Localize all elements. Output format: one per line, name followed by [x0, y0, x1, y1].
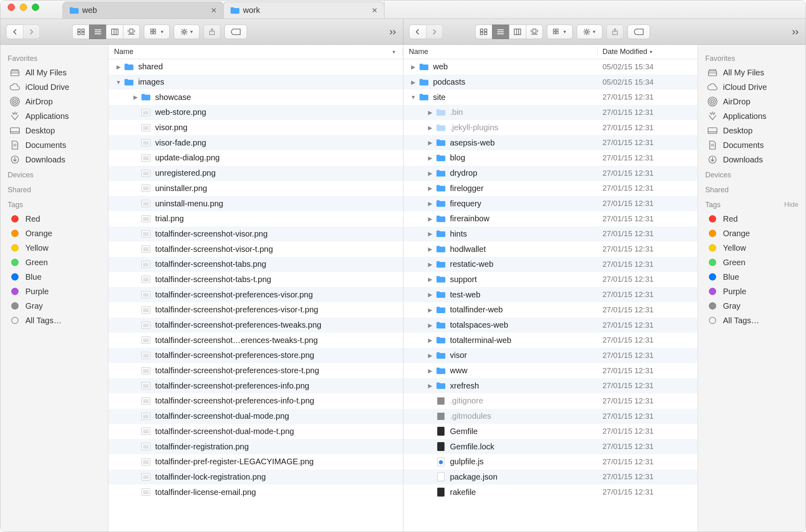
table-row[interactable]: ▶ www 27/01/15 12:31: [403, 363, 698, 378]
arrange-button[interactable]: ▾: [144, 25, 170, 39]
table-row[interactable]: ▶ totalspaces-web 27/01/15 12:31: [403, 318, 698, 333]
arrange-button[interactable]: ▾: [547, 25, 573, 39]
disclosure-triangle-icon[interactable]: ▶: [425, 185, 436, 191]
table-row[interactable]: ▶ hints 27/01/15 12:31: [403, 227, 698, 242]
table-row[interactable]: ▶ xrefresh 27/01/15 12:31: [403, 378, 698, 393]
disclosure-triangle-icon[interactable]: ▶: [425, 337, 436, 343]
zoom-window-button[interactable]: [32, 4, 39, 11]
sidebar-item-desktop[interactable]: Desktop: [698, 123, 806, 138]
sidebar-tag-orange[interactable]: Orange: [698, 226, 806, 241]
toolbar-overflow-icon[interactable]: [791, 29, 800, 35]
sidebar-item-icloud[interactable]: iCloud Drive: [698, 80, 806, 94]
sidebar-tag-purple[interactable]: Purple: [0, 284, 108, 299]
share-button[interactable]: [204, 25, 220, 39]
table-row[interactable]: package.json 27/01/15 12:31: [403, 470, 698, 485]
table-row[interactable]: gulpfile.js 27/01/15 12:31: [403, 454, 698, 470]
disclosure-triangle-icon[interactable]: ▶: [425, 352, 436, 359]
sidebar-tag-gray[interactable]: Gray: [698, 299, 806, 313]
sidebar-tag-purple[interactable]: Purple: [698, 284, 806, 299]
close-icon[interactable]: ✕: [372, 6, 378, 15]
column-name[interactable]: Name: [403, 48, 598, 56]
table-row[interactable]: totalfinder-pref-register-LEGACYIMAGE.pn…: [108, 454, 403, 470]
table-row[interactable]: totalfinder-screenshot-visor-t.png: [108, 241, 403, 257]
table-row[interactable]: ▶ test-web 27/01/15 12:31: [403, 287, 698, 302]
back-button[interactable]: [6, 25, 23, 39]
hide-tags-button[interactable]: Hide: [784, 201, 798, 209]
sidebar-item-applications[interactable]: AApplications: [0, 109, 108, 123]
toolbar-overflow-icon[interactable]: [388, 29, 397, 35]
forward-button[interactable]: [426, 25, 443, 39]
disclosure-triangle-icon[interactable]: ▶: [425, 276, 436, 283]
table-row[interactable]: totalfinder-screenshot-dual-mode-t.png: [108, 424, 403, 439]
column-view-button[interactable]: [509, 25, 526, 39]
table-row[interactable]: totalfinder-lock-registration.png: [108, 470, 403, 485]
table-row[interactable]: ▶ shared: [108, 59, 403, 75]
table-row[interactable]: trial.png: [108, 211, 403, 227]
disclosure-triangle-icon[interactable]: ▶: [425, 368, 436, 374]
sidebar-tag-gray[interactable]: Gray: [0, 299, 108, 313]
back-button[interactable]: [409, 25, 426, 39]
table-row[interactable]: ▶ .bin 27/01/15 12:31: [403, 105, 698, 120]
table-row[interactable]: web-store.png: [108, 105, 403, 120]
sidebar-item-desktop[interactable]: Desktop: [0, 123, 108, 138]
sidebar-item-downloads[interactable]: Downloads: [698, 152, 806, 167]
table-row[interactable]: totalfinder-screenshot-preferences-info-…: [108, 393, 403, 409]
sidebar-tag-yellow[interactable]: Yellow: [698, 241, 806, 255]
table-row[interactable]: Gemfile 27/01/15 12:31: [403, 424, 698, 439]
table-row[interactable]: totalfinder-screenshot-preferences-visor…: [108, 302, 403, 318]
table-row[interactable]: ▼ images: [108, 75, 403, 90]
table-row[interactable]: uninstall-menu.png: [108, 196, 403, 211]
share-button[interactable]: [607, 25, 623, 39]
table-row[interactable]: .gitignore 27/01/15 12:31: [403, 393, 698, 409]
disclosure-triangle-icon[interactable]: ▶: [130, 94, 141, 100]
sidebar-tag-blue[interactable]: Blue: [698, 270, 806, 284]
sidebar-all-tags[interactable]: All Tags…: [0, 313, 108, 328]
action-button[interactable]: ▾: [174, 25, 199, 39]
sidebar-item-documents[interactable]: Documents: [0, 138, 108, 152]
list-view-button[interactable]: [89, 25, 106, 39]
column-view-button[interactable]: [106, 25, 123, 39]
sidebar-item-downloads[interactable]: Downloads: [0, 152, 108, 167]
disclosure-triangle-icon[interactable]: ▶: [425, 200, 436, 207]
table-row[interactable]: ▶ hodlwallet 27/01/15 12:31: [403, 241, 698, 257]
rows-right[interactable]: ▶ web 05/02/15 15:34 ▶ podcasts 05/02/15…: [403, 59, 698, 532]
table-row[interactable]: ▶ firequery 27/01/15 12:31: [403, 196, 698, 211]
table-row[interactable]: ▶ .jekyll-plugins 27/01/15 12:31: [403, 120, 698, 135]
table-row[interactable]: visor.png: [108, 120, 403, 135]
disclosure-triangle-icon[interactable]: ▼: [408, 94, 419, 100]
table-row[interactable]: ▼ site 27/01/15 12:31: [403, 89, 698, 105]
disclosure-triangle-icon[interactable]: ▶: [425, 170, 436, 177]
sidebar-tag-red[interactable]: Red: [698, 212, 806, 226]
coverflow-view-button[interactable]: [526, 25, 543, 39]
sidebar-item-documents[interactable]: Documents: [698, 138, 806, 152]
sidebar-tag-blue[interactable]: Blue: [0, 270, 108, 284]
table-row[interactable]: totalfinder-license-email.png: [108, 484, 403, 500]
disclosure-triangle-icon[interactable]: ▶: [425, 155, 436, 161]
table-row[interactable]: unregistered.png: [108, 166, 403, 181]
table-row[interactable]: rakefile 27/01/15 12:31: [403, 484, 698, 500]
disclosure-triangle-icon[interactable]: ▶: [425, 261, 436, 268]
table-row[interactable]: totalfinder-screenshot-preferences-store…: [108, 348, 403, 363]
sidebar-item-icloud[interactable]: iCloud Drive: [0, 80, 108, 94]
icon-view-button[interactable]: [72, 25, 89, 39]
sidebar-tag-green[interactable]: Green: [698, 255, 806, 270]
table-row[interactable]: ▶ firerainbow 27/01/15 12:31: [403, 211, 698, 227]
sidebar-all-tags[interactable]: All Tags…: [698, 313, 806, 328]
forward-button[interactable]: [23, 25, 40, 39]
disclosure-triangle-icon[interactable]: ▶: [425, 216, 436, 222]
disclosure-triangle-icon[interactable]: ▶: [425, 139, 436, 146]
tab-web[interactable]: web ✕: [62, 2, 224, 19]
sidebar-item-airdrop[interactable]: AirDrop: [0, 94, 108, 109]
action-button[interactable]: ▾: [577, 25, 602, 39]
table-row[interactable]: totalfinder-screenshot-preferences-store…: [108, 363, 403, 378]
disclosure-triangle-icon[interactable]: ▶: [425, 246, 436, 252]
table-row[interactable]: ▶ firelogger 27/01/15 12:31: [403, 181, 698, 196]
table-row[interactable]: ▶ totalterminal-web 27/01/15 12:31: [403, 332, 698, 348]
rows-left[interactable]: ▶ shared ▼ images ▶ showcase web-store.p…: [108, 59, 403, 532]
table-row[interactable]: totalfinder-screenshot-preferences-visor…: [108, 287, 403, 302]
table-row[interactable]: totalfinder-registration.png: [108, 439, 403, 454]
disclosure-triangle-icon[interactable]: ▶: [425, 291, 436, 298]
disclosure-triangle-icon[interactable]: ▶: [408, 79, 419, 85]
minimize-window-button[interactable]: [20, 4, 27, 11]
edit-tags-button[interactable]: [224, 25, 247, 39]
